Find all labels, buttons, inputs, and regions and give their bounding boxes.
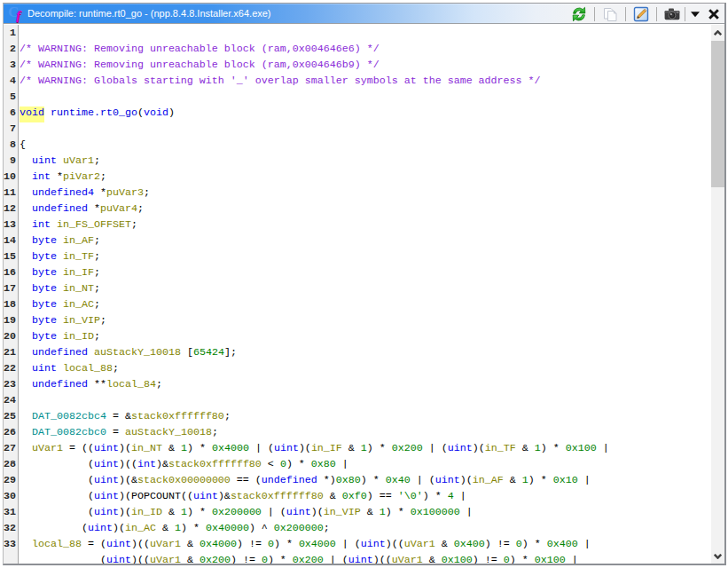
decompile-panel: 1234567891011121314151617181920212223242… [4,25,724,564]
code-line[interactable]: undefined **local_84; [20,378,711,394]
line-number: 21 [4,346,18,362]
scrollbar-thumb[interactable] [711,41,724,187]
edit-pencil-icon [633,6,649,22]
line-number: 10 [4,170,18,186]
code-line[interactable]: DAT_0082cbc4 = &stack0xffffff80; [20,410,711,426]
code-line[interactable]: DAT_0082cbc0 = auStackY_10018; [20,426,711,442]
line-number: 14 [4,234,18,250]
code-line[interactable]: /* WARNING: Removing unreachable block (… [20,43,711,59]
code-line[interactable]: byte in_AC; [20,298,711,314]
code-line[interactable]: { [20,138,711,154]
copy-button[interactable] [600,4,620,24]
snapshot-button[interactable] [662,4,682,24]
decompile-window: C f Decompile: runtime.rt0_go - (npp.8.4… [3,3,726,565]
code-line[interactable]: local_88 = (uint)((uVar1 & 0x4000) != 0)… [20,538,711,554]
line-number: 29 [4,474,18,490]
toolbar-separator [594,7,595,21]
titlebar[interactable]: C f Decompile: runtime.rt0_go - (npp.8.4… [4,4,724,24]
line-number: 6 [4,106,18,122]
code-line[interactable]: undefined4 *puVar3; [20,186,711,202]
line-number: 28 [4,458,18,474]
chevron-up-icon [714,30,722,36]
close-button[interactable] [705,4,723,24]
toolbar-separator [656,7,657,21]
menu-dropdown-button[interactable] [688,4,702,24]
code-area[interactable]: /* WARNING: Removing unreachable block (… [19,25,711,564]
refresh-icon [571,6,587,22]
code-line[interactable]: uVar1 = ((uint)(in_NT & 1) * 0x4000 | (u… [20,442,711,458]
titlebar-toolbar [569,4,723,24]
code-line[interactable]: byte in_TF; [20,250,711,266]
line-number: 19 [4,314,18,330]
line-number: 24 [4,394,18,410]
line-number: 15 [4,250,18,266]
line-number: 7 [4,122,18,138]
scroll-down-button[interactable] [711,548,724,564]
dropdown-arrow-icon [690,11,701,18]
line-number: 25 [4,410,18,426]
line-number: 26 [4,426,18,442]
export-button[interactable] [631,4,651,24]
vertical-scrollbar[interactable] [711,25,724,564]
close-icon [708,8,720,20]
code-line[interactable]: (uint)(in_AC & 1) * 0x40000) ^ 0x200000; [20,522,711,538]
line-number: 20 [4,330,18,346]
line-number: 18 [4,298,18,314]
scroll-up-button[interactable] [711,25,724,40]
code-line[interactable]: (uint)(in_ID & 1) * 0x200000 | (uint)(in… [20,506,711,522]
code-line[interactable] [20,394,711,410]
code-line[interactable]: /* WARNING: Removing unreachable block (… [20,59,711,75]
line-number: 1 [4,27,18,43]
line-number: 33 [4,538,18,554]
line-number: 8 [4,138,18,154]
line-number: 13 [4,218,18,234]
line-number: 5 [4,91,18,106]
line-number: 23 [4,378,18,394]
code-line[interactable]: (uint)((uVar1 & 0x200) != 0) * 0x200 | (… [20,554,711,564]
toolbar-separator [625,7,626,21]
code-line[interactable]: int in_FS_OFFSET; [20,218,711,234]
toolbar-separator [685,7,685,21]
code-line[interactable]: uint uVar1; [20,154,711,170]
line-number: 32 [4,522,18,538]
line-number: 17 [4,282,18,298]
code-line[interactable] [20,27,711,43]
line-number: 9 [4,154,18,170]
chevron-down-icon [714,554,722,559]
line-number: 3 [4,59,18,75]
code-line[interactable]: void runtime.rt0_go(void) [20,106,711,122]
line-number [4,554,18,564]
code-line[interactable]: undefined auStackY_10018 [65424]; [20,346,711,362]
code-line[interactable]: /* WARNING: Globals starting with '_' ov… [20,75,711,91]
code-line[interactable]: uint local_88; [20,362,711,378]
code-line[interactable]: byte in_VIP; [20,314,711,330]
copy-icon [602,6,618,22]
code-line[interactable]: (uint)(POPCOUNT((uint)&stack0xffffff80 &… [20,490,711,506]
code-line[interactable] [20,122,711,138]
line-number: 27 [4,442,18,458]
code-line[interactable]: byte in_NT; [20,282,711,298]
code-line[interactable]: byte in_IF; [20,266,711,282]
code-line[interactable]: (uint)((int)&stack0xffffff80 < 0) * 0x80… [20,458,711,474]
line-number: 2 [4,43,18,59]
code-line[interactable] [20,91,711,106]
code-line[interactable]: undefined *puVar4; [20,202,711,218]
line-number: 4 [4,75,18,91]
line-number: 22 [4,362,18,378]
code-line[interactable]: (uint)(&stack0x00000000 == (undefined *)… [20,474,711,490]
line-number-gutter: 1234567891011121314151617181920212223242… [4,25,19,564]
code-line[interactable]: int *piVar2; [20,170,711,186]
code-line[interactable]: byte in_ID; [20,330,711,346]
decompiler-cf-icon: C f [4,4,24,23]
line-number: 31 [4,506,18,522]
window-title: Decompile: runtime.rt0_go - (npp.8.4.8.I… [27,8,271,19]
line-number: 30 [4,490,18,506]
code-line[interactable]: byte in_AF; [20,234,711,250]
line-number: 16 [4,266,18,282]
refresh-button[interactable] [569,4,589,24]
line-number: 12 [4,202,18,218]
camera-icon [663,6,681,22]
line-number: 11 [4,186,18,202]
